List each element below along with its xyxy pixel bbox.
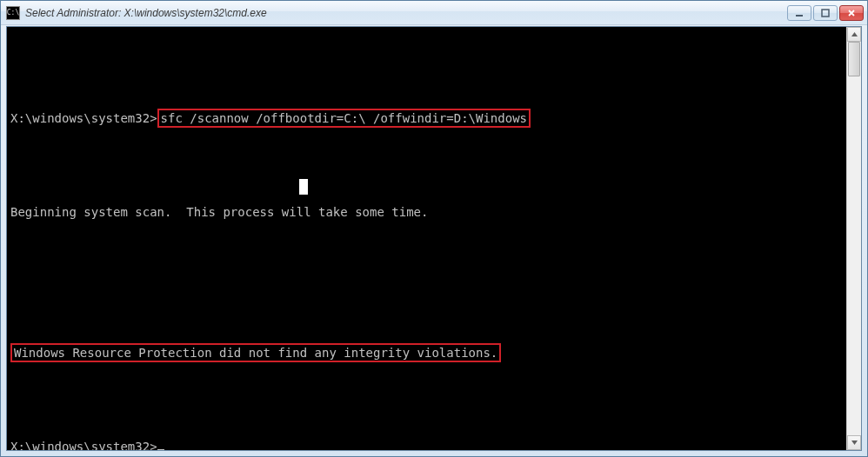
terminal-line: X:\windows\system32>sfc /scannow /offboo… (10, 110, 843, 126)
chevron-down-icon (851, 439, 858, 447)
maximize-icon (821, 9, 830, 17)
maximize-button[interactable] (813, 5, 838, 21)
mouse-cursor-icon (299, 179, 308, 195)
cmd-icon: C:\ (6, 6, 20, 20)
scroll-track[interactable] (847, 42, 861, 435)
vertical-scrollbar[interactable] (846, 27, 861, 450)
terminal-line: Windows Resource Protection did not find… (10, 345, 843, 361)
window-controls (787, 5, 864, 21)
window-title: Select Administrator: X:\windows\system3… (25, 7, 787, 19)
minimize-icon (795, 9, 804, 17)
terminal-line: Beginning system scan. This process will… (10, 204, 843, 220)
client-area: X:\windows\system32>sfc /scannow /offboo… (6, 26, 862, 451)
highlight-result: Windows Resource Protection did not find… (10, 343, 501, 362)
svg-rect-1 (822, 10, 829, 17)
terminal-output[interactable]: X:\windows\system32>sfc /scannow /offboo… (7, 27, 846, 450)
minimize-button[interactable] (787, 5, 811, 21)
svg-rect-0 (796, 15, 803, 17)
scroll-down-button[interactable] (847, 435, 861, 450)
highlight-command: sfc /scannow /offbootdir=C:\ /offwindir=… (157, 109, 531, 128)
titlebar[interactable]: C:\ Select Administrator: X:\windows\sys… (1, 1, 867, 25)
chevron-up-icon (851, 30, 858, 38)
scroll-thumb[interactable] (848, 42, 860, 76)
cmd-window: C:\ Select Administrator: X:\windows\sys… (0, 0, 868, 457)
close-icon (847, 9, 856, 17)
text-cursor (157, 449, 164, 450)
prompt: X:\windows\system32> (10, 440, 157, 450)
prompt: X:\windows\system32> (10, 111, 157, 125)
scroll-up-button[interactable] (847, 27, 861, 42)
terminal-line: X:\windows\system32> (10, 439, 843, 450)
close-button[interactable] (839, 5, 864, 21)
